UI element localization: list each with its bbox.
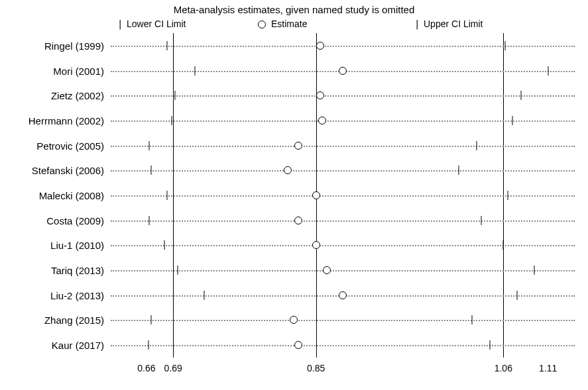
- legend-upper-label: Upper CI Limit: [424, 19, 483, 29]
- row-guideline: [111, 270, 575, 271]
- legend-lower-tick-icon: |: [117, 19, 123, 29]
- study-label: Mori (2001): [53, 65, 104, 76]
- upper-ci-tick: [481, 216, 481, 225]
- forest-row: [111, 233, 575, 258]
- estimate-point: [290, 316, 298, 324]
- upper-ci-tick: [490, 340, 491, 350]
- estimate-point: [316, 91, 324, 99]
- lower-ci-tick: [171, 116, 172, 125]
- forest-row: [111, 283, 575, 308]
- estimate-point: [312, 241, 320, 249]
- lower-ci-tick: [166, 41, 167, 50]
- row-guideline: [111, 121, 575, 122]
- study-label: Tariq (2013): [51, 265, 104, 276]
- upper-ci-tick: [548, 66, 548, 75]
- x-tick-label: 1.06: [495, 363, 512, 373]
- study-label: Liu-2 (2013): [50, 289, 104, 301]
- upper-ci-tick: [459, 166, 459, 175]
- study-label: Herrmann (2002): [29, 115, 104, 126]
- row-guideline: [111, 95, 575, 97]
- row-guideline: [111, 345, 575, 346]
- upper-ci-tick: [476, 141, 477, 150]
- upper-ci-tick: [516, 291, 517, 300]
- forest-row: [111, 258, 575, 283]
- study-label: Costa (2009): [46, 215, 104, 226]
- study-label: Petrovic (2005): [36, 140, 104, 151]
- lower-ci-tick: [148, 141, 149, 150]
- study-label: Kaur (2017): [52, 340, 104, 351]
- estimate-point: [323, 266, 331, 274]
- study-label: Malecki (2008): [39, 190, 104, 201]
- lower-ci-tick: [150, 315, 151, 324]
- lower-ci-tick: [150, 166, 151, 175]
- estimate-point: [312, 191, 320, 199]
- x-tick-label: 0.85: [307, 363, 325, 373]
- forest-row: [111, 133, 575, 158]
- estimate-point: [294, 142, 302, 150]
- x-tick-label: 0.66: [137, 363, 155, 373]
- forest-row: [111, 158, 575, 183]
- estimate-point: [316, 42, 324, 50]
- legend-estimate-label: Estimate: [271, 19, 307, 29]
- lower-ci-tick: [177, 266, 178, 275]
- legend-estimate-icon: [258, 21, 266, 28]
- forest-row: [111, 83, 575, 108]
- row-guideline: [111, 245, 575, 246]
- lower-ci-tick: [204, 291, 205, 300]
- forest-row: [111, 33, 575, 58]
- row-guideline: [111, 146, 575, 147]
- row-guideline: [111, 220, 575, 222]
- estimate-point: [284, 166, 292, 174]
- forest-row: [111, 308, 575, 333]
- upper-ci-tick: [534, 266, 535, 275]
- chart-legend: | Lower CI Limit Estimate | Upper CI Lim…: [117, 19, 588, 32]
- forest-row: [111, 208, 575, 233]
- forest-row: [111, 183, 575, 208]
- legend-upper-tick-icon: |: [414, 19, 420, 29]
- estimate-point: [294, 341, 302, 349]
- forest-row: [111, 332, 575, 358]
- upper-ci-tick: [508, 191, 508, 200]
- study-label: Zietz (2002): [51, 90, 104, 101]
- study-label: Zhang (2015): [44, 315, 104, 326]
- row-guideline: [111, 320, 575, 321]
- estimate-point: [339, 291, 347, 299]
- upper-ci-tick: [472, 315, 473, 324]
- forest-row: [111, 58, 575, 83]
- upper-ci-tick: [505, 41, 506, 50]
- lower-ci-tick: [148, 216, 149, 225]
- estimate-point: [339, 67, 347, 75]
- x-tick-label: 1.11: [539, 363, 557, 373]
- row-guideline: [111, 170, 575, 171]
- lower-ci-tick: [174, 91, 175, 100]
- legend-lower-label: Lower CI Limit: [127, 19, 186, 29]
- estimate-point: [318, 117, 326, 124]
- lower-ci-tick: [148, 340, 148, 350]
- x-tick-label: 0.69: [164, 363, 182, 373]
- study-label: Liu-1 (2010): [50, 240, 104, 251]
- forest-plot: [111, 33, 575, 358]
- study-label: Stefanski (2006): [32, 165, 104, 176]
- chart-title: Meta-analysis estimates, given named stu…: [0, 4, 588, 15]
- upper-ci-tick: [512, 116, 512, 125]
- lower-ci-tick: [194, 66, 195, 75]
- lower-ci-tick: [166, 191, 167, 200]
- upper-ci-tick: [521, 91, 522, 100]
- study-label: Ringel (1999): [44, 40, 104, 51]
- estimate-point: [294, 217, 302, 224]
- lower-ci-tick: [164, 240, 164, 250]
- upper-ci-tick: [503, 240, 504, 250]
- forest-row: [111, 108, 575, 133]
- row-guideline: [111, 195, 575, 197]
